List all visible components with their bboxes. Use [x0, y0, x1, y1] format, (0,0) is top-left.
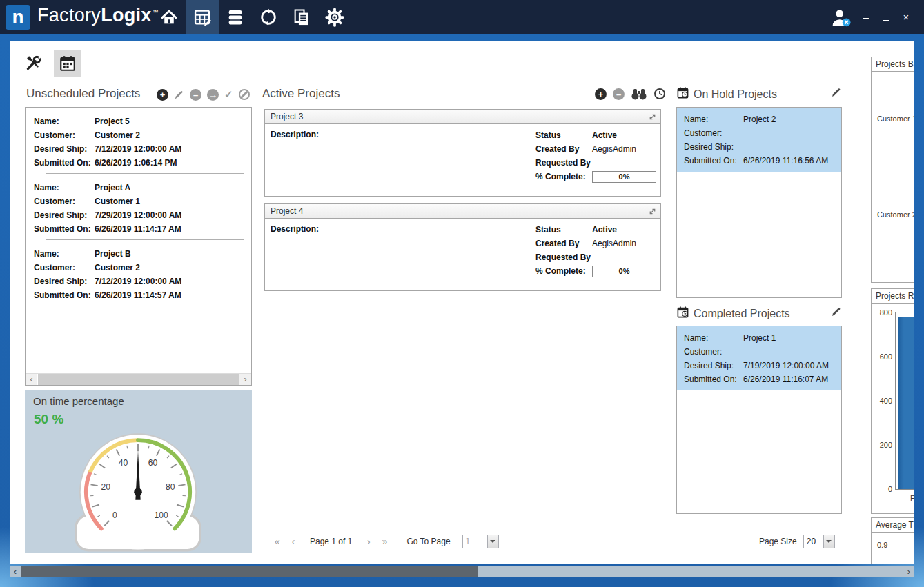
first-page-button[interactable]: «: [273, 535, 282, 548]
project-fields: StatusActive Created ByAegisAdmin Reques…: [535, 223, 656, 278]
created-by-label: Created By: [535, 144, 592, 154]
schedule-project-button[interactable]: →: [207, 89, 219, 101]
search-binoculars-button[interactable]: [631, 88, 647, 100]
name-value: Project 5: [95, 115, 130, 128]
y-tick: 800: [872, 308, 892, 317]
percent-complete-label: % Complete:: [535, 172, 592, 181]
name-label: Name:: [34, 115, 95, 128]
production-planning-icon[interactable]: [186, 0, 219, 34]
edit-completed-button[interactable]: [831, 306, 842, 317]
project-card-header[interactable]: Project 4: [265, 204, 660, 219]
scrollbar-thumb[interactable]: [37, 374, 239, 386]
remove-project-button[interactable]: –: [190, 89, 201, 101]
expand-icon[interactable]: [649, 208, 656, 215]
next-page-button[interactable]: ›: [364, 535, 373, 548]
dropdown-arrow-icon: [487, 535, 498, 548]
gauge-title: On time percentage: [33, 395, 124, 407]
unscheduled-project-item[interactable]: Name:Project 5 Customer:Customer 2 Desir…: [26, 108, 251, 174]
desired-ship-label: Desired Ship:: [684, 140, 743, 154]
dispatch-compass-icon[interactable]: [252, 0, 285, 34]
unscheduled-projects-list: Name:Project 5 Customer:Customer 2 Desir…: [25, 107, 252, 386]
unscheduled-horizontal-scrollbar[interactable]: ‹ ›: [26, 373, 251, 385]
settings-gear-icon[interactable]: [318, 0, 351, 34]
minimize-button[interactable]: –: [861, 12, 872, 23]
legend-customer-2: Customer 2: [877, 210, 914, 219]
name-label: Name:: [34, 247, 95, 261]
user-icon-glyph: [829, 6, 852, 28]
scroll-left-icon[interactable]: ‹: [26, 374, 37, 386]
last-page-button[interactable]: »: [380, 535, 389, 548]
customer-label: Customer:: [34, 195, 95, 208]
on-time-gauge: 020406080100: [56, 424, 220, 552]
submitted-on-label: Submitted On:: [34, 156, 95, 170]
user-logoff-icon[interactable]: [829, 6, 852, 28]
cancel-project-button[interactable]: [239, 89, 250, 100]
created-by-value: AegisAdmin: [592, 144, 636, 154]
go-to-page-select[interactable]: 1: [462, 535, 499, 548]
close-button[interactable]: ×: [901, 12, 912, 23]
home-icon[interactable]: [153, 0, 186, 34]
completed-project-item[interactable]: Name:Project 1 Customer: Desired Ship:7/…: [677, 326, 841, 390]
page-size-select[interactable]: 20: [803, 535, 835, 548]
created-by-label: Created By: [535, 239, 592, 248]
submitted-on-value: 6/26/2019 11:14:17 AM: [95, 222, 181, 236]
tab-tools[interactable]: [19, 50, 47, 77]
status-label: Status: [535, 130, 592, 140]
scroll-right-icon[interactable]: ›: [239, 374, 251, 386]
tab-schedule[interactable]: [54, 50, 81, 77]
expand-icon[interactable]: [649, 113, 656, 121]
on-time-percentage-panel: On time percentage 50 % 020406080100: [25, 390, 252, 553]
scroll-left-icon[interactable]: ‹: [10, 566, 21, 577]
on-hold-project-item[interactable]: Name:Project 2 Customer: Desired Ship: S…: [677, 108, 841, 172]
materials-stack-icon[interactable]: [219, 0, 252, 34]
unscheduled-project-item[interactable]: Name:Project A Customer:Customer 1 Desir…: [26, 174, 251, 240]
previous-page-button[interactable]: ‹: [288, 535, 298, 548]
history-clock-button[interactable]: [653, 88, 666, 100]
edit-project-button[interactable]: [174, 90, 184, 100]
documents-icon-glyph: [292, 8, 311, 27]
project-card-header[interactable]: Project 3: [265, 110, 660, 124]
y-tick: 0: [872, 485, 892, 493]
edit-on-hold-button[interactable]: [831, 87, 842, 98]
scroll-right-icon[interactable]: ›: [903, 566, 914, 577]
customer-value: Customer 1: [95, 195, 140, 208]
status-value: Active: [592, 130, 617, 140]
add-active-project-button[interactable]: +: [595, 88, 607, 100]
name-value: Project 2: [743, 112, 776, 126]
customer-label: Customer:: [684, 126, 743, 140]
svg-text:60: 60: [148, 458, 158, 468]
average-panel-header[interactable]: Average T: [871, 517, 914, 533]
unscheduled-project-item[interactable]: Name:Project B Customer:Customer 2 Desir…: [26, 240, 251, 306]
chart-x-axis: [895, 489, 914, 490]
projects-by-panel-header[interactable]: Projects B: [871, 57, 914, 72]
projects-chart-panel-header[interactable]: Projects R: [871, 288, 914, 304]
completed-projects-list: Name:Project 1 Customer: Desired Ship:7/…: [676, 326, 842, 514]
created-by-value: AegisAdmin: [592, 239, 636, 248]
add-project-button[interactable]: +: [157, 89, 168, 101]
remove-active-project-button[interactable]: –: [613, 88, 625, 100]
maximize-icon: [883, 14, 889, 21]
project-card-body: Description: StatusActive Created ByAegi…: [265, 219, 660, 290]
unscheduled-toolbar: + – → ✓: [157, 88, 250, 101]
unscheduled-projects-title: Unscheduled Projects: [26, 87, 140, 101]
compass-icon-glyph: [259, 8, 278, 27]
approve-project-button[interactable]: ✓: [224, 88, 233, 101]
horizontal-scrollbar[interactable]: ‹ ›: [10, 566, 914, 577]
documents-icon[interactable]: [285, 0, 318, 34]
percent-complete-label: % Complete:: [535, 266, 592, 276]
customer-value: Customer 2: [95, 261, 140, 275]
main-content: Unscheduled Projects + – → ✓ Name:Projec…: [10, 41, 914, 564]
brand-factory: Factory: [37, 5, 101, 26]
calendar-icon: [59, 54, 77, 72]
scrollbar-thumb[interactable]: [21, 566, 478, 577]
maximize-button[interactable]: [881, 12, 892, 23]
item-divider: [46, 306, 244, 306]
completed-calendar-icon: [676, 306, 689, 319]
factorylogix-window: n FactoryLogix™: [0, 0, 924, 587]
on-hold-calendar-icon: [676, 86, 689, 99]
dropdown-arrow-icon: [823, 535, 834, 548]
logo-letter: n: [12, 6, 23, 28]
page-indicator: Page 1 of 1: [304, 537, 357, 546]
home-icon-glyph: [159, 8, 179, 27]
desired-ship-label: Desired Ship:: [684, 359, 743, 372]
